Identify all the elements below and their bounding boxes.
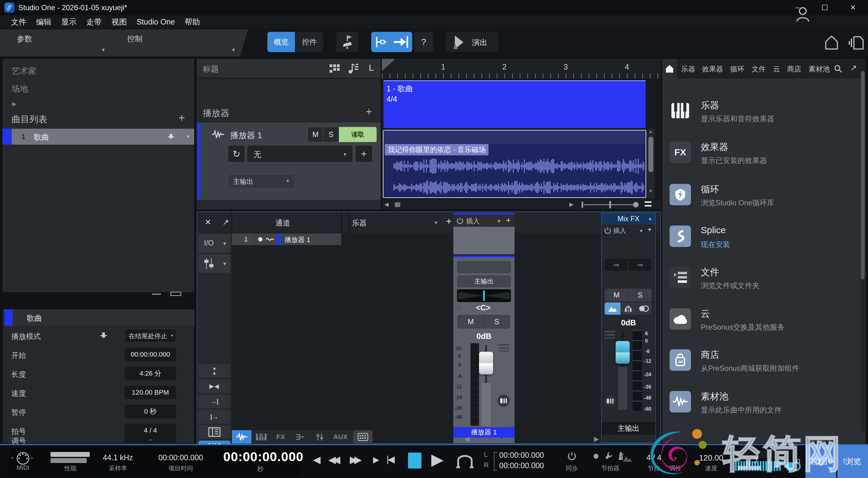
mixfx-gain-value[interactable]: 0dB (601, 318, 655, 328)
browser-item-shop[interactable]: 商店 从PreSonus商城获取附加组件 (662, 349, 858, 383)
vscroll-thumb[interactable] (648, 137, 653, 172)
fader-view-button[interactable]: ▼ (198, 254, 230, 273)
params-dropdown[interactable]: 参数 ▼ 控制 ▼ (0, 29, 248, 56)
mono-button[interactable] (497, 395, 510, 407)
pages-icon[interactable] (848, 34, 866, 51)
menu-studio-one[interactable]: Studio One (132, 18, 180, 26)
precount-dot-icon[interactable] (594, 454, 598, 459)
speaker-select-button[interactable] (604, 302, 621, 315)
browser-item-effects[interactable]: FX 效果器 显示已安装的效果器 (662, 141, 858, 175)
tab-cloud[interactable]: 云 (773, 64, 780, 74)
pedal-button[interactable] (336, 32, 358, 52)
lyrics-badge[interactable]: L (369, 62, 374, 73)
search-icon[interactable] (834, 64, 842, 73)
player-refresh-button[interactable]: ↻ (228, 145, 245, 162)
strip-output-button[interactable]: 主输出 (457, 275, 511, 288)
length-value[interactable]: 4:26 分 (125, 367, 176, 380)
collapse-strips-button[interactable]: ▼▲ (198, 364, 230, 378)
track-mode-badge[interactable]: -II- (168, 132, 174, 140)
instrument-column-header[interactable]: 乐器 (352, 218, 367, 228)
play-mode-dropdown[interactable]: 在结尾处停止 ▼ (125, 329, 176, 342)
artist-label[interactable]: 艺术家 (12, 66, 36, 77)
tab-files[interactable]: 文件 (752, 64, 766, 74)
zoom-handle-mid[interactable] (609, 201, 611, 208)
main-clock[interactable]: 00:00:00.000 (217, 449, 309, 464)
strips-scroll-right[interactable]: ▶ (594, 435, 599, 443)
monitor-wave-icon[interactable] (266, 237, 275, 242)
midi-din-icon[interactable] (16, 451, 30, 466)
zoom-slider[interactable] (584, 204, 639, 205)
perform-button[interactable]: 演出 (446, 32, 498, 52)
player-add-button[interactable]: + (366, 106, 372, 118)
autoscroll-group[interactable] (371, 32, 412, 52)
play-button[interactable]: ▶ (431, 450, 443, 469)
loop-l-time[interactable]: 00:00:00.000 (499, 451, 544, 459)
loop-button[interactable] (455, 452, 475, 470)
peak-right[interactable]: -∞ (628, 259, 651, 271)
insert-list-area[interactable] (453, 227, 515, 254)
tab-bank-grid[interactable] (353, 430, 373, 444)
browser-expand-icon[interactable]: ↗ (850, 63, 857, 72)
rewind-button[interactable]: ◀◀ (328, 454, 337, 466)
record-dot-icon[interactable] (258, 237, 262, 241)
help-button[interactable]: ? (414, 32, 433, 52)
mixfx-name-label[interactable]: 主输出 (601, 422, 655, 435)
player-read-button[interactable]: 读取 (339, 127, 377, 142)
mixfx-fader-cap[interactable] (616, 341, 630, 364)
strip-name-label[interactable]: 播放器 1 (453, 427, 515, 438)
note-list-icon[interactable] (347, 63, 360, 74)
tab-audio[interactable] (232, 430, 251, 444)
tempo-value[interactable]: 120.00 BPM (125, 386, 176, 399)
strip-gain-value[interactable]: 0dB (453, 331, 515, 341)
rack-view-button[interactable] (198, 425, 230, 439)
player-add-device-button[interactable]: + (355, 145, 372, 162)
mixfx-menu-icon[interactable] (604, 331, 615, 338)
tab-aux[interactable]: AUX (330, 430, 351, 444)
hscroll-thumb[interactable] (395, 202, 400, 207)
power-icon[interactable] (604, 227, 611, 234)
loop-r-time[interactable]: 00:00:00.000 (499, 461, 544, 470)
browser-scrollbar[interactable] (861, 70, 865, 431)
headphone-button[interactable] (621, 302, 636, 315)
mixfx-mute-button[interactable]: M (604, 288, 628, 302)
stop-button[interactable] (408, 453, 422, 469)
console-expand-icon[interactable]: ↗ (222, 217, 229, 227)
console-close-icon[interactable]: ✕ (205, 217, 211, 227)
scroll-to-selected-button[interactable]: →| (198, 395, 230, 408)
player-mute-button[interactable]: M (308, 127, 323, 142)
arrange-vscrollbar[interactable]: ▲ ▼ (647, 129, 654, 199)
maximize-button[interactable]: ☐ (812, 0, 838, 15)
fader-cap[interactable] (479, 352, 493, 375)
perf-meter-top[interactable] (51, 452, 90, 457)
mixfx-header[interactable]: Mix FX ▼ (601, 213, 655, 225)
zoom-presets-icon[interactable] (645, 201, 651, 208)
tracklist-add-button[interactable]: + (179, 112, 185, 124)
mixfx-mono-button[interactable] (604, 395, 616, 407)
player-preset-dropdown[interactable]: 无 ▼ (247, 145, 353, 162)
browser-item-cloud[interactable]: 云 PreSonus交换及其他服务 (662, 308, 858, 342)
track-caret-icon[interactable]: ▼ (186, 134, 190, 139)
peak-left[interactable]: -∞ (604, 259, 627, 271)
pan-control[interactable] (457, 289, 511, 302)
instrument-caret-icon[interactable]: ▼ (434, 220, 438, 225)
browser-scroll-thumb[interactable] (861, 71, 865, 279)
sample-rate-value[interactable]: 44.1 kHz (98, 453, 138, 462)
zoom-handle-dot[interactable] (633, 202, 639, 207)
stereo-mono-button[interactable] (636, 302, 651, 315)
menu-help[interactable]: 帮助 (180, 17, 205, 27)
divider-handle-line[interactable] (152, 294, 161, 295)
item-desc-link[interactable]: 现在安装 (701, 240, 730, 249)
browser-item-files[interactable]: 文件 浏览文件或文件夹 (662, 266, 858, 300)
sync-power-icon[interactable] (567, 451, 577, 460)
keysig-value[interactable]: - (125, 434, 176, 445)
insert-caret-icon[interactable]: ▼ (497, 218, 501, 224)
tab-vca[interactable] (310, 430, 330, 444)
mixfx-insert-add[interactable]: + (648, 225, 652, 234)
narrow-strips-button[interactable]: ▶◀ (198, 379, 230, 393)
tab-instruments[interactable]: 乐器 (681, 64, 695, 74)
scroll-down-icon[interactable]: ▼ (649, 189, 653, 193)
song-clip[interactable]: 1 - 歌曲 4/4 (383, 80, 646, 128)
zoom-handle-bar[interactable] (582, 202, 583, 208)
strip-mute-button[interactable]: M (458, 315, 484, 328)
tab-instrument[interactable] (251, 430, 271, 444)
